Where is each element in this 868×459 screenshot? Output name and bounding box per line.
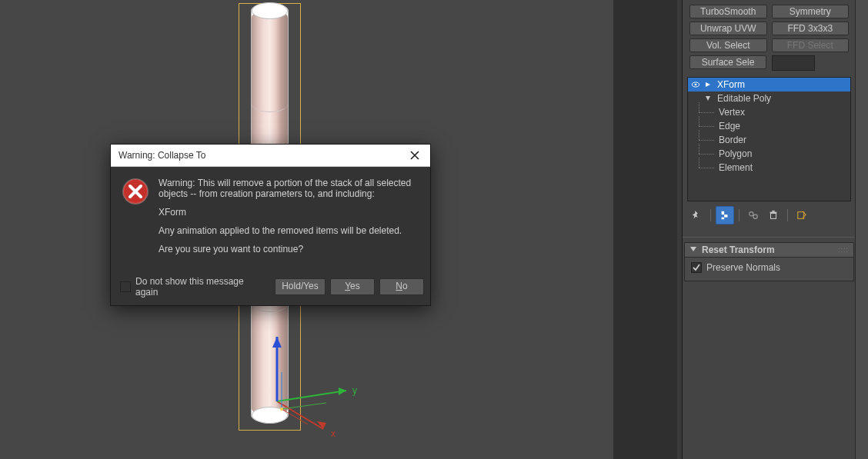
axis-y-label: y	[352, 385, 357, 396]
pin-stack-button[interactable]	[687, 206, 706, 225]
stack-sub-label: Vertex	[719, 107, 745, 118]
panel-scrollbar[interactable]	[855, 0, 868, 459]
stack-sub-element[interactable]: Element	[688, 161, 850, 175]
rollout-title: Reset Transform	[702, 244, 775, 255]
expand-icon[interactable]	[703, 80, 713, 89]
dialog-confirm-text: Are you sure you want to continue?	[159, 244, 418, 254]
show-end-result-button[interactable]	[716, 206, 734, 225]
hold-yes-button[interactable]: Hold/Yes	[275, 278, 326, 295]
collapse-icon[interactable]	[703, 94, 713, 103]
eye-icon[interactable]	[691, 80, 700, 89]
stack-sub-polygon[interactable]: Polygon	[688, 147, 850, 161]
turbosmooth-button[interactable]: TurboSmooth	[689, 5, 767, 18]
stack-item-xform[interactable]: XForm	[688, 78, 850, 91]
svg-point-17	[749, 212, 753, 216]
stack-item-editable-poly[interactable]: Editable Poly	[688, 91, 850, 105]
configure-modifier-sets-button[interactable]	[793, 206, 811, 225]
yes-button[interactable]: Yes	[330, 278, 375, 295]
preserve-normals-checkbox[interactable]: Preserve Normals	[691, 262, 847, 273]
stack-item-label: Editable Poly	[717, 93, 771, 104]
stack-sub-label: Element	[719, 162, 753, 173]
svg-point-18	[753, 215, 757, 218]
stack-toolbar	[687, 206, 851, 225]
svg-rect-15	[724, 215, 727, 218]
axis-x-label: x	[331, 428, 336, 438]
dialog-titlebar[interactable]: Warning: Collapse To	[111, 145, 430, 167]
svg-rect-21	[772, 211, 775, 212]
svg-rect-16	[722, 218, 725, 220]
no-button[interactable]: No	[379, 278, 424, 295]
svg-rect-19	[771, 213, 776, 218]
dialog-animation-text: Any animation applied to the removed ite…	[159, 225, 418, 236]
stack-sub-label: Polygon	[719, 148, 752, 159]
configure-icon	[796, 210, 807, 221]
stack-sub-label: Border	[719, 135, 746, 145]
checkbox-icon	[691, 262, 702, 273]
dialog-stack-item: XForm	[159, 207, 418, 218]
show-end-result-icon	[719, 210, 730, 221]
stack-sub-border[interactable]: Border	[688, 133, 850, 147]
dont-show-again-label: Do not show this message again	[135, 276, 269, 298]
dialog-title: Warning: Collapse To	[119, 150, 205, 161]
checkbox-icon	[120, 281, 131, 292]
collapse-to-warning-dialog: Warning: Collapse To Warning: This will …	[110, 144, 431, 306]
ffd-3x3x3-button[interactable]: FFD 3x3x3	[772, 22, 850, 35]
svg-rect-14	[722, 211, 725, 215]
modifier-stack[interactable]: XForm Editable Poly Vertex	[687, 77, 851, 201]
symmetry-button[interactable]: Symmetry	[772, 5, 850, 18]
stack-item-label: XForm	[717, 79, 745, 90]
trash-icon	[768, 210, 779, 221]
dialog-close-button[interactable]	[406, 146, 424, 165]
command-panel: TurboSmooth Symmetry Unwrap UVW FFD 3x3x…	[682, 0, 868, 459]
modifier-buttons: TurboSmooth Symmetry Unwrap UVW FFD 3x3x…	[683, 0, 856, 74]
stack-sub-vertex[interactable]: Vertex	[688, 105, 850, 119]
vol-select-button[interactable]: Vol. Select	[689, 38, 767, 52]
close-icon	[410, 151, 419, 160]
error-icon	[122, 178, 149, 205]
svg-marker-3	[339, 387, 346, 395]
svg-rect-20	[770, 212, 777, 214]
rollout-header[interactable]: Reset Transform ::::	[684, 242, 854, 258]
svg-point-11	[695, 84, 697, 86]
make-unique-icon	[748, 210, 759, 221]
svg-marker-13	[706, 96, 710, 101]
stack-sub-edge[interactable]: Edge	[688, 119, 850, 133]
rollout-grip-icon[interactable]: ::::	[838, 246, 849, 254]
pin-icon	[691, 210, 702, 221]
panel-splitter[interactable]	[613, 0, 682, 459]
remove-modifier-button[interactable]	[764, 206, 783, 225]
modifier-set-scrollbar[interactable]	[772, 55, 815, 71]
unwrap-uvw-button[interactable]: Unwrap UVW	[689, 22, 767, 35]
svg-marker-12	[706, 82, 710, 87]
dont-show-again-checkbox[interactable]: Do not show this message again	[120, 276, 269, 298]
ffd-select-button[interactable]: FFD Select	[772, 38, 850, 52]
svg-marker-23	[690, 247, 696, 251]
preserve-normals-label: Preserve Normals	[706, 262, 780, 273]
chevron-down-icon	[689, 244, 697, 255]
reset-transform-rollout: Reset Transform :::: Preserve Normals	[684, 242, 854, 281]
surface-select-button[interactable]: Surface Sele	[689, 55, 766, 69]
stack-sub-label: Edge	[719, 121, 740, 131]
make-unique-button[interactable]	[744, 206, 763, 225]
dialog-warning-text: Warning: This will remove a portion of t…	[159, 178, 418, 199]
svg-marker-1	[317, 421, 326, 429]
